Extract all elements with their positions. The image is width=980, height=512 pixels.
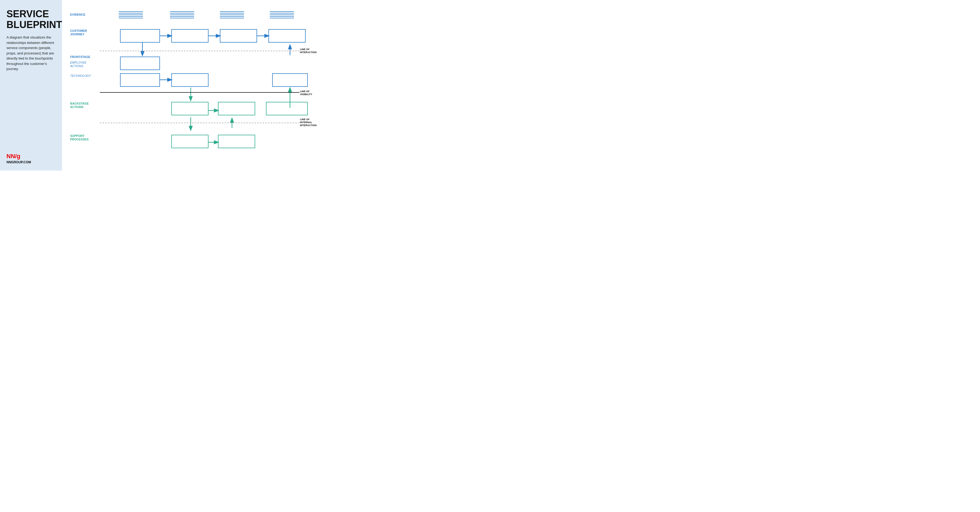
line-of-internal-interaction-label: LINE OF INTERNAL INTERACTION bbox=[300, 118, 318, 127]
left-panel: SERVICE BLUEPRINT A diagram that visuali… bbox=[0, 0, 62, 171]
technology-label: TECHNOLOGY bbox=[70, 74, 91, 78]
logo: NN/g bbox=[6, 153, 56, 160]
evidence-label: EVIDENCE bbox=[70, 13, 85, 16]
logo-nn: NN bbox=[6, 153, 15, 160]
cj-box-1 bbox=[120, 29, 160, 43]
customer-journey-label: CUSTOMER JOURNEY bbox=[70, 29, 87, 36]
page-title: SERVICE BLUEPRINT bbox=[6, 9, 56, 30]
evidence-group-2 bbox=[170, 11, 194, 18]
support-box-2 bbox=[218, 135, 255, 148]
line-of-visibility bbox=[100, 92, 299, 93]
employee-box bbox=[120, 57, 160, 70]
support-label: SUPPORT PROCESSES bbox=[70, 134, 89, 141]
cj-box-4 bbox=[269, 29, 305, 43]
left-top: SERVICE BLUEPRINT A diagram that visuali… bbox=[6, 9, 56, 72]
backstage-box-1 bbox=[171, 102, 208, 115]
tech-box-2 bbox=[171, 73, 208, 87]
evidence-group-1 bbox=[119, 11, 143, 18]
cj-box-2 bbox=[171, 29, 208, 43]
website-label: NNGROUP.COM bbox=[6, 160, 56, 164]
line-of-visibility-label: LINE OF VISIBILITY bbox=[300, 90, 318, 96]
main-diagram: EVIDENCE CUSTOMER JOURNEY LINE OF INTERA… bbox=[62, 0, 326, 171]
line-of-internal-interaction bbox=[100, 123, 299, 123]
evidence-group-3 bbox=[220, 11, 244, 18]
line-of-interaction bbox=[100, 51, 299, 51]
backstage-box-2 bbox=[218, 102, 255, 115]
branding: NN/g NNGROUP.COM bbox=[6, 153, 56, 164]
line-of-interaction-label: LINE OF INTERACTION bbox=[300, 48, 318, 54]
frontstage-label: FRONTSTAGE bbox=[70, 55, 91, 59]
cj-box-3 bbox=[220, 29, 257, 43]
support-box-1 bbox=[171, 135, 208, 148]
description: A diagram that visualizes the relationsh… bbox=[6, 35, 56, 72]
diagram-container: EVIDENCE CUSTOMER JOURNEY LINE OF INTERA… bbox=[70, 5, 318, 165]
logo-g: g bbox=[17, 153, 20, 160]
backstage-label: BACKSTAGE ACTIONS bbox=[70, 102, 89, 109]
backstage-box-3 bbox=[266, 102, 308, 115]
employee-actions-label: EMPLOYEE ACTIONS bbox=[70, 61, 87, 68]
evidence-group-4 bbox=[270, 11, 294, 18]
tech-box-1 bbox=[120, 73, 160, 87]
tech-box-4 bbox=[272, 73, 308, 87]
